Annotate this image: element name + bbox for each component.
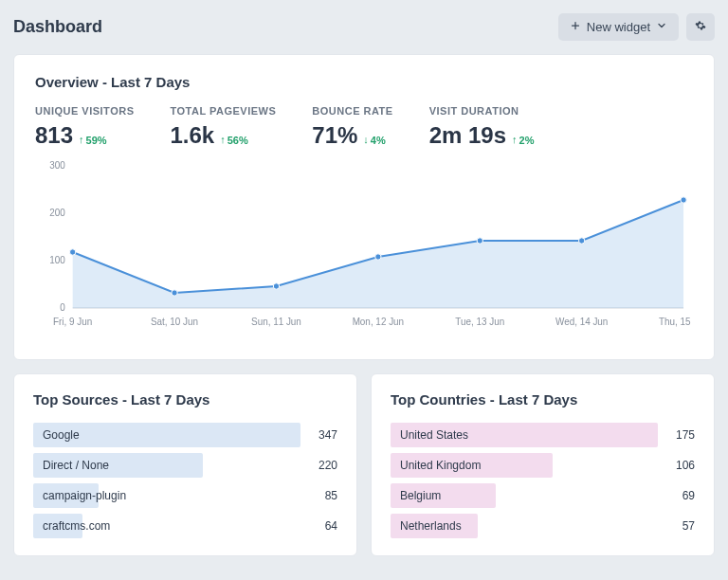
- stat-delta: ↓ 4%: [363, 135, 385, 146]
- chart-y-tick: 300: [49, 160, 65, 171]
- chart-point: [375, 254, 381, 260]
- arrow-up-icon: ↑: [220, 135, 226, 145]
- bar-row[interactable]: craftcms.com64: [33, 514, 337, 538]
- bar-row[interactable]: Belgium69: [391, 483, 695, 508]
- visitors-chart: 0100200300Fri, 9 JunSat, 10 JunSun, 11 J…: [35, 156, 693, 336]
- overview-card: Overview - Last 7 Days UNIQUE VISITORS81…: [13, 54, 715, 360]
- page-title: Dashboard: [13, 17, 102, 37]
- chart-x-tick: Thu, 15 Jun: [659, 317, 693, 327]
- stat-block: BOUNCE RATE71%↓ 4%: [312, 105, 392, 149]
- arrow-down-icon: ↓: [363, 135, 369, 145]
- top-sources-card: Top Sources - Last 7 Days Google347Direc…: [13, 373, 357, 556]
- stat-label: BOUNCE RATE: [312, 105, 392, 117]
- stat-label: TOTAL PAGEVIEWS: [170, 105, 276, 117]
- arrow-up-icon: ↑: [512, 135, 518, 145]
- stat-label: VISIT DURATION: [429, 105, 535, 117]
- chart-point: [477, 238, 482, 244]
- bar-value: 220: [305, 459, 337, 472]
- bar-row[interactable]: United Kingdom106: [391, 453, 695, 478]
- stat-value: 2m 19s: [429, 122, 506, 149]
- bar-label: United Kingdom: [391, 459, 663, 472]
- stat-label: UNIQUE VISITORS: [35, 105, 134, 117]
- stat-delta: ↑ 2%: [512, 135, 534, 146]
- bar-row[interactable]: United States175: [391, 423, 695, 447]
- stat-delta: ↑ 56%: [220, 135, 248, 146]
- bar-value: 347: [305, 428, 337, 442]
- top-countries-title: Top Countries - Last 7 Days: [391, 391, 695, 408]
- bar-row[interactable]: Netherlands57: [391, 514, 695, 538]
- stat-block: VISIT DURATION2m 19s↑ 2%: [429, 105, 535, 149]
- bar-value: 175: [663, 428, 695, 442]
- stat-block: TOTAL PAGEVIEWS1.6k↑ 56%: [170, 105, 276, 149]
- chart-y-tick: 0: [60, 302, 65, 313]
- bar-label: Belgium: [391, 489, 663, 502]
- bar-value: 57: [663, 519, 695, 533]
- overview-title: Overview - Last 7 Days: [35, 74, 693, 90]
- chart-point: [681, 197, 686, 203]
- stat-value: 71%: [312, 122, 357, 149]
- stat-value: 813: [35, 122, 73, 149]
- chart-y-tick: 100: [49, 255, 65, 265]
- chart-x-tick: Wed, 14 Jun: [555, 317, 608, 327]
- bar-row[interactable]: Google347: [33, 423, 337, 447]
- arrow-up-icon: ↑: [79, 135, 84, 145]
- top-sources-title: Top Sources - Last 7 Days: [33, 391, 337, 408]
- chart-point: [172, 290, 177, 296]
- chart-x-tick: Fri, 9 Jun: [53, 317, 92, 327]
- bar-label: Netherlands: [391, 519, 663, 533]
- chart-point: [579, 238, 585, 244]
- chevron-down-icon: [656, 20, 667, 34]
- bar-value: 69: [663, 489, 695, 502]
- stat-delta: ↑ 59%: [79, 135, 107, 146]
- bar-label: craftcms.com: [33, 519, 305, 533]
- chart-x-tick: Sun, 11 Jun: [251, 317, 301, 327]
- stat-block: UNIQUE VISITORS813↑ 59%: [35, 105, 134, 149]
- bar-row[interactable]: Direct / None220: [33, 453, 337, 478]
- chart-point: [69, 249, 75, 255]
- stat-value: 1.6k: [170, 122, 214, 149]
- bar-value: 64: [305, 519, 337, 533]
- bar-label: Direct / None: [33, 459, 305, 472]
- bar-row[interactable]: campaign-plugin85: [33, 483, 337, 508]
- chart-x-tick: Sat, 10 Jun: [151, 317, 198, 327]
- new-widget-button[interactable]: New widget: [558, 13, 679, 41]
- gear-icon: [695, 20, 706, 34]
- plus-icon: [570, 20, 581, 34]
- bar-label: United States: [391, 428, 663, 442]
- top-countries-card: Top Countries - Last 7 Days United State…: [371, 373, 715, 556]
- chart-x-tick: Tue, 13 Jun: [455, 317, 504, 327]
- bar-value: 106: [663, 459, 695, 472]
- chart-x-tick: Mon, 12 Jun: [353, 317, 404, 327]
- bar-value: 85: [305, 489, 337, 502]
- settings-button[interactable]: [686, 13, 715, 41]
- chart-point: [273, 283, 279, 289]
- bar-label: campaign-plugin: [33, 489, 305, 502]
- bar-label: Google: [33, 428, 305, 442]
- chart-y-tick: 200: [49, 208, 65, 218]
- new-widget-label: New widget: [587, 20, 650, 34]
